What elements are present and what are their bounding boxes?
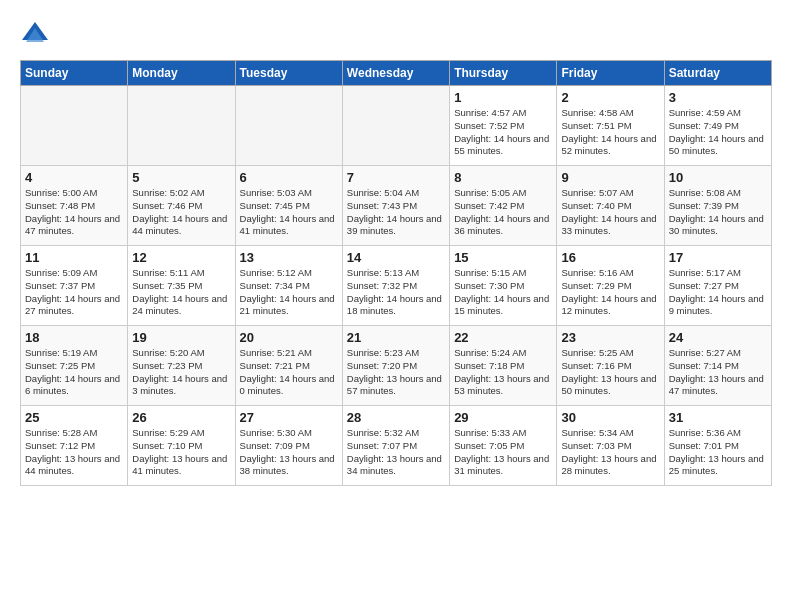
day-number: 11 <box>25 250 123 265</box>
cell-info: Sunrise: 5:20 AMSunset: 7:23 PMDaylight:… <box>132 347 230 398</box>
calendar-cell: 15Sunrise: 5:15 AMSunset: 7:30 PMDayligh… <box>450 246 557 326</box>
day-number: 13 <box>240 250 338 265</box>
day-number: 23 <box>561 330 659 345</box>
day-number: 19 <box>132 330 230 345</box>
day-number: 14 <box>347 250 445 265</box>
calendar-cell: 20Sunrise: 5:21 AMSunset: 7:21 PMDayligh… <box>235 326 342 406</box>
cell-info: Sunrise: 5:28 AMSunset: 7:12 PMDaylight:… <box>25 427 123 478</box>
day-number: 24 <box>669 330 767 345</box>
day-number: 26 <box>132 410 230 425</box>
logo <box>20 20 54 50</box>
day-number: 5 <box>132 170 230 185</box>
calendar-cell: 16Sunrise: 5:16 AMSunset: 7:29 PMDayligh… <box>557 246 664 326</box>
day-number: 25 <box>25 410 123 425</box>
header-sunday: Sunday <box>21 61 128 86</box>
cell-info: Sunrise: 5:27 AMSunset: 7:14 PMDaylight:… <box>669 347 767 398</box>
day-number: 3 <box>669 90 767 105</box>
cell-info: Sunrise: 5:00 AMSunset: 7:48 PMDaylight:… <box>25 187 123 238</box>
calendar-cell: 6Sunrise: 5:03 AMSunset: 7:45 PMDaylight… <box>235 166 342 246</box>
day-number: 9 <box>561 170 659 185</box>
header-row: SundayMondayTuesdayWednesdayThursdayFrid… <box>21 61 772 86</box>
cell-info: Sunrise: 5:34 AMSunset: 7:03 PMDaylight:… <box>561 427 659 478</box>
calendar-cell: 10Sunrise: 5:08 AMSunset: 7:39 PMDayligh… <box>664 166 771 246</box>
week-row-1: 4Sunrise: 5:00 AMSunset: 7:48 PMDaylight… <box>21 166 772 246</box>
calendar-cell <box>21 86 128 166</box>
day-number: 18 <box>25 330 123 345</box>
calendar-cell <box>235 86 342 166</box>
calendar-cell: 2Sunrise: 4:58 AMSunset: 7:51 PMDaylight… <box>557 86 664 166</box>
cell-info: Sunrise: 5:03 AMSunset: 7:45 PMDaylight:… <box>240 187 338 238</box>
calendar-cell: 29Sunrise: 5:33 AMSunset: 7:05 PMDayligh… <box>450 406 557 486</box>
header-saturday: Saturday <box>664 61 771 86</box>
calendar-cell: 28Sunrise: 5:32 AMSunset: 7:07 PMDayligh… <box>342 406 449 486</box>
calendar-cell: 17Sunrise: 5:17 AMSunset: 7:27 PMDayligh… <box>664 246 771 326</box>
cell-info: Sunrise: 5:08 AMSunset: 7:39 PMDaylight:… <box>669 187 767 238</box>
day-number: 15 <box>454 250 552 265</box>
calendar-cell: 26Sunrise: 5:29 AMSunset: 7:10 PMDayligh… <box>128 406 235 486</box>
day-number: 28 <box>347 410 445 425</box>
week-row-0: 1Sunrise: 4:57 AMSunset: 7:52 PMDaylight… <box>21 86 772 166</box>
day-number: 17 <box>669 250 767 265</box>
calendar-cell: 13Sunrise: 5:12 AMSunset: 7:34 PMDayligh… <box>235 246 342 326</box>
cell-info: Sunrise: 5:04 AMSunset: 7:43 PMDaylight:… <box>347 187 445 238</box>
calendar-table: SundayMondayTuesdayWednesdayThursdayFrid… <box>20 60 772 486</box>
cell-info: Sunrise: 4:57 AMSunset: 7:52 PMDaylight:… <box>454 107 552 158</box>
cell-info: Sunrise: 5:07 AMSunset: 7:40 PMDaylight:… <box>561 187 659 238</box>
calendar-cell: 14Sunrise: 5:13 AMSunset: 7:32 PMDayligh… <box>342 246 449 326</box>
header-thursday: Thursday <box>450 61 557 86</box>
cell-info: Sunrise: 5:16 AMSunset: 7:29 PMDaylight:… <box>561 267 659 318</box>
calendar-cell: 11Sunrise: 5:09 AMSunset: 7:37 PMDayligh… <box>21 246 128 326</box>
day-number: 2 <box>561 90 659 105</box>
day-number: 20 <box>240 330 338 345</box>
calendar-cell: 4Sunrise: 5:00 AMSunset: 7:48 PMDaylight… <box>21 166 128 246</box>
cell-info: Sunrise: 5:17 AMSunset: 7:27 PMDaylight:… <box>669 267 767 318</box>
day-number: 4 <box>25 170 123 185</box>
header-tuesday: Tuesday <box>235 61 342 86</box>
calendar-cell: 30Sunrise: 5:34 AMSunset: 7:03 PMDayligh… <box>557 406 664 486</box>
week-row-2: 11Sunrise: 5:09 AMSunset: 7:37 PMDayligh… <box>21 246 772 326</box>
cell-info: Sunrise: 5:12 AMSunset: 7:34 PMDaylight:… <box>240 267 338 318</box>
calendar-cell: 3Sunrise: 4:59 AMSunset: 7:49 PMDaylight… <box>664 86 771 166</box>
cell-info: Sunrise: 5:36 AMSunset: 7:01 PMDaylight:… <box>669 427 767 478</box>
calendar-cell: 27Sunrise: 5:30 AMSunset: 7:09 PMDayligh… <box>235 406 342 486</box>
calendar-cell: 22Sunrise: 5:24 AMSunset: 7:18 PMDayligh… <box>450 326 557 406</box>
day-number: 8 <box>454 170 552 185</box>
day-number: 1 <box>454 90 552 105</box>
cell-info: Sunrise: 5:15 AMSunset: 7:30 PMDaylight:… <box>454 267 552 318</box>
page-header <box>20 20 772 50</box>
cell-info: Sunrise: 5:33 AMSunset: 7:05 PMDaylight:… <box>454 427 552 478</box>
calendar-cell <box>342 86 449 166</box>
cell-info: Sunrise: 5:23 AMSunset: 7:20 PMDaylight:… <box>347 347 445 398</box>
logo-icon <box>20 20 50 50</box>
week-row-3: 18Sunrise: 5:19 AMSunset: 7:25 PMDayligh… <box>21 326 772 406</box>
cell-info: Sunrise: 5:05 AMSunset: 7:42 PMDaylight:… <box>454 187 552 238</box>
cell-info: Sunrise: 5:30 AMSunset: 7:09 PMDaylight:… <box>240 427 338 478</box>
calendar-cell: 19Sunrise: 5:20 AMSunset: 7:23 PMDayligh… <box>128 326 235 406</box>
day-number: 7 <box>347 170 445 185</box>
header-monday: Monday <box>128 61 235 86</box>
cell-info: Sunrise: 5:29 AMSunset: 7:10 PMDaylight:… <box>132 427 230 478</box>
day-number: 12 <box>132 250 230 265</box>
calendar-cell: 24Sunrise: 5:27 AMSunset: 7:14 PMDayligh… <box>664 326 771 406</box>
calendar-cell: 1Sunrise: 4:57 AMSunset: 7:52 PMDaylight… <box>450 86 557 166</box>
calendar-cell: 5Sunrise: 5:02 AMSunset: 7:46 PMDaylight… <box>128 166 235 246</box>
cell-info: Sunrise: 5:02 AMSunset: 7:46 PMDaylight:… <box>132 187 230 238</box>
calendar-cell: 9Sunrise: 5:07 AMSunset: 7:40 PMDaylight… <box>557 166 664 246</box>
day-number: 6 <box>240 170 338 185</box>
day-number: 10 <box>669 170 767 185</box>
calendar-cell <box>128 86 235 166</box>
header-friday: Friday <box>557 61 664 86</box>
day-number: 16 <box>561 250 659 265</box>
day-number: 22 <box>454 330 552 345</box>
cell-info: Sunrise: 5:25 AMSunset: 7:16 PMDaylight:… <box>561 347 659 398</box>
calendar-cell: 8Sunrise: 5:05 AMSunset: 7:42 PMDaylight… <box>450 166 557 246</box>
cell-info: Sunrise: 5:11 AMSunset: 7:35 PMDaylight:… <box>132 267 230 318</box>
day-number: 27 <box>240 410 338 425</box>
day-number: 29 <box>454 410 552 425</box>
day-number: 30 <box>561 410 659 425</box>
cell-info: Sunrise: 5:21 AMSunset: 7:21 PMDaylight:… <box>240 347 338 398</box>
calendar-cell: 23Sunrise: 5:25 AMSunset: 7:16 PMDayligh… <box>557 326 664 406</box>
cell-info: Sunrise: 5:13 AMSunset: 7:32 PMDaylight:… <box>347 267 445 318</box>
calendar-cell: 25Sunrise: 5:28 AMSunset: 7:12 PMDayligh… <box>21 406 128 486</box>
cell-info: Sunrise: 4:59 AMSunset: 7:49 PMDaylight:… <box>669 107 767 158</box>
